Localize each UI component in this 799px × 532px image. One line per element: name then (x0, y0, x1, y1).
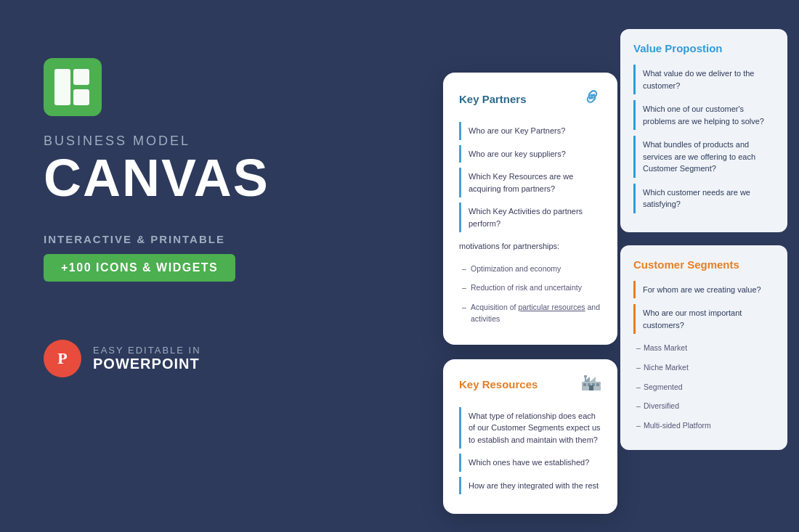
svg-marker-9 (590, 377, 596, 382)
key-partners-header: Key Partners (459, 87, 601, 110)
list-sub-item: Optimization and economy (459, 261, 601, 278)
key-resources-header: Key Resources (459, 374, 601, 396)
value-propostion-list: What value do we deliver to the customer… (633, 65, 774, 213)
list-item: What type of relationship does each of o… (459, 407, 601, 449)
list-sub-item: Segmented (633, 379, 774, 396)
list-sub-item: Diversified (633, 398, 774, 415)
svg-rect-10 (589, 385, 593, 390)
list-item: Who are our key suppliers? (459, 145, 601, 163)
list-item: For whom are we creating value? (633, 281, 774, 299)
logo-box (44, 58, 102, 116)
list-sub-item: Niche Market (633, 359, 774, 377)
customer-segments-list: For whom are we creating value? Who are … (633, 281, 774, 435)
value-propostion-title: Value Propostion (633, 42, 774, 54)
list-sub-item: Mass Market (633, 340, 774, 357)
list-item-sub-section: motivations for partnerships: (459, 237, 601, 255)
svg-rect-7 (596, 383, 599, 386)
svg-rect-2 (73, 89, 89, 105)
svg-rect-4 (583, 383, 586, 386)
list-item: Which customer needs are we satisfying? (633, 184, 774, 213)
key-resources-title: Key Resources (459, 378, 538, 390)
logo-icon (53, 67, 92, 107)
list-item: How are they integrated with the rest (459, 477, 601, 495)
key-partners-list: Who are our Key Partners? Who are our ke… (459, 122, 601, 328)
key-resources-list: What type of relationship does each of o… (459, 407, 601, 495)
list-sub-item: Reduction of risk and uncertainty (459, 279, 601, 297)
list-sub-item: Acquisition of particular resources and … (459, 299, 601, 328)
icons-badge: +100 ICONS & WIDGETS (44, 254, 235, 282)
ppt-text-block: EASY EDITABLE IN POWERPOINT (93, 345, 201, 372)
key-partners-card: Key Partners Who are our Key Partners? W… (443, 73, 617, 345)
subtitle-text: BUSINESS MODEL (44, 134, 392, 149)
left-section: BUSINESS MODEL CANVAS INTERACTIVE & PRIN… (44, 58, 392, 377)
svg-rect-0 (54, 69, 70, 105)
list-item: Which Key Resources are we acquiring fro… (459, 168, 601, 197)
list-item: Who are our Key Partners? (459, 122, 601, 140)
main-title: CANVAS (44, 152, 392, 204)
list-item: Which Key Activities do partners perform… (459, 202, 601, 232)
list-item: Who are our most important customers? (633, 304, 774, 334)
key-partners-icon (583, 87, 601, 110)
interactive-text: INTERACTIVE & PRINTABLE (44, 233, 392, 245)
powerpoint-label: POWERPOINT (93, 356, 201, 372)
powerpoint-icon: P (44, 340, 81, 377)
key-resources-icon (581, 374, 601, 396)
svg-rect-11 (585, 377, 586, 382)
svg-rect-1 (73, 69, 89, 85)
right-panel: Value Propostion What value do we delive… (620, 29, 787, 463)
key-partners-title: Key Partners (459, 93, 527, 105)
list-item: What bundles of products and services ar… (633, 136, 774, 178)
powerpoint-row: P EASY EDITABLE IN POWERPOINT (44, 340, 392, 377)
list-item: What value do we deliver to the customer… (633, 65, 774, 94)
key-resources-card: Key Resources What type of relati (443, 359, 617, 515)
list-item: Which ones have we established? (459, 454, 601, 472)
list-sub-item: Multi-sided Platform (633, 417, 774, 435)
cards-area: Key Partners Who are our Key Partners? W… (443, 73, 617, 528)
customer-segments-card: Customer Segments For whom are we creati… (620, 245, 787, 450)
svg-rect-12 (584, 375, 587, 377)
list-item: Which one of our customer's problems are… (633, 100, 774, 130)
value-propostion-card: Value Propostion What value do we delive… (620, 29, 787, 232)
customer-segments-title: Customer Segments (633, 258, 774, 271)
easy-editable-label: EASY EDITABLE IN (93, 345, 201, 356)
